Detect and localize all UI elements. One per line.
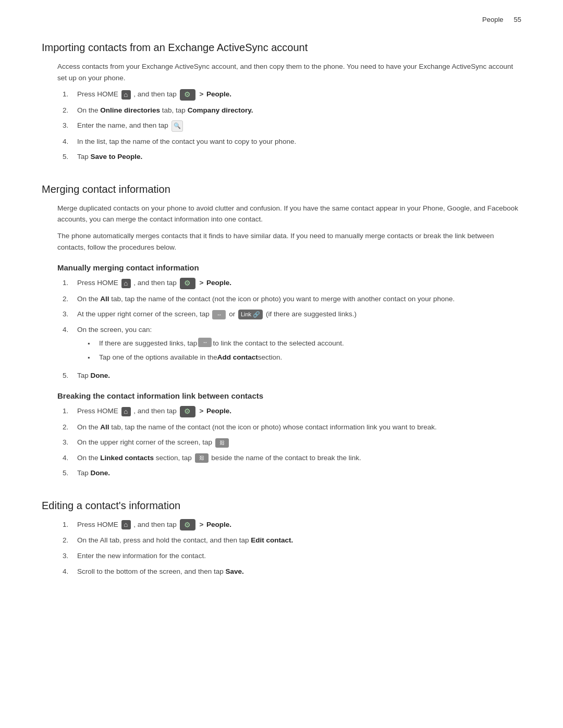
merge-bullet-2: Tap one of the options available in the … xyxy=(88,352,521,363)
step-edit-2: 2. On the All tab, press and hold the co… xyxy=(63,535,521,546)
home-icon-m1 xyxy=(121,279,131,288)
step-edit-num-3: 3. xyxy=(63,550,77,562)
scroll-bottom-label: Scroll to the bottom of the screen, and … xyxy=(77,567,224,575)
people-dest-e1: People. xyxy=(206,521,231,528)
merge-bullet-list: If there are suggested links, tap ↔ to l… xyxy=(88,338,521,363)
all-tab-b2: All xyxy=(100,423,109,431)
press-home-label-e1: Press HOME xyxy=(77,521,118,528)
arrow-b1: > xyxy=(199,407,203,415)
link-merge-icon: ↔ xyxy=(212,310,226,319)
step-importing-5: 5. Tap Save to People. xyxy=(63,151,521,163)
step-break-5: 5. Tap Done. xyxy=(63,467,521,479)
step-edit-num-2: 2. xyxy=(63,535,77,546)
importing-body-text: Access contacts from your Exchange Activ… xyxy=(57,61,521,83)
save-to-people-label: Save to People. xyxy=(91,153,143,161)
step-merge-1: 1. Press HOME , and then tap > People. xyxy=(63,277,521,289)
edit-contact-label: Edit contact. xyxy=(251,536,293,544)
step-importing-2: 2. On the Online directories tab, tap Co… xyxy=(63,105,521,116)
step-merge-num-4: 4. xyxy=(63,324,77,336)
step-num-5: 5. xyxy=(63,151,77,163)
step-merge-content-5: Tap Done. xyxy=(77,370,521,381)
step-edit-3: 3. Enter the new information for the con… xyxy=(63,550,521,562)
sub-title-manually-merging: Manually merging contact information xyxy=(57,263,521,272)
section-body-merging: Merge duplicated contacts on your phone … xyxy=(42,203,521,479)
step-merge-num-1: 1. xyxy=(63,277,77,289)
merging-body-2: The phone automatically merges contacts … xyxy=(57,230,521,253)
and-then-tap-b1: , and then tap xyxy=(133,407,177,415)
step-break-1: 1. Press HOME , and then tap > People. xyxy=(63,405,521,417)
step-content-5: Tap Save to People. xyxy=(77,151,521,163)
step-merge-4: 4. On the screen, you can: If there are … xyxy=(63,324,521,366)
page-number: 55 xyxy=(514,16,521,23)
step-break-2: 2. On the All tab, tap the name of the c… xyxy=(63,422,521,433)
and-then-tap-m1: , and then tap xyxy=(133,279,177,287)
step-edit-content-3: Enter the new information for the contac… xyxy=(77,550,521,562)
section-title-merging: Merging contact information xyxy=(42,183,521,195)
apps-icon-e1 xyxy=(180,519,195,530)
done-label-b: Done. xyxy=(91,469,111,477)
link-merge-icon-b1: ↔ xyxy=(198,338,212,347)
apps-icon xyxy=(180,89,195,101)
step-merge-num-5: 5. xyxy=(63,370,77,381)
step-merge-3: 3. At the upper right corner of the scre… xyxy=(63,309,521,320)
step-merge-content-1: Press HOME , and then tap > People. xyxy=(77,277,521,289)
apps-icon-b1 xyxy=(180,406,195,417)
company-directory-label: Company directory. xyxy=(188,106,253,114)
section-title-editing: Editing a contact's information xyxy=(42,500,521,512)
arrow-e1: > xyxy=(199,521,203,528)
link-btn-icon: Link 🔗 xyxy=(238,310,263,320)
home-icon-b1 xyxy=(121,407,131,416)
manually-merging-steps: 1. Press HOME , and then tap > People. 2… xyxy=(57,277,521,381)
step-break-content-4: On the Linked contacts section, tap ⛓ be… xyxy=(77,452,521,464)
and-then-tap-e1: , and then tap xyxy=(133,521,177,528)
merge-bullet-1: If there are suggested links, tap ↔ to l… xyxy=(88,338,521,349)
page-label: People xyxy=(482,16,503,23)
step-edit-content-2: On the All tab, press and hold the conta… xyxy=(77,535,521,546)
step-content-2: On the Online directories tab, tap Compa… xyxy=(77,105,521,116)
step-merge-num-2: 2. xyxy=(63,293,77,305)
all-tab-m2: All xyxy=(100,295,109,303)
step-num-2: 2. xyxy=(63,105,77,116)
link-break-icon-4: ⛓ xyxy=(195,453,209,463)
step-break-content-1: Press HOME , and then tap > People. xyxy=(77,405,521,417)
section-editing: Editing a contact's information 1. Press… xyxy=(42,500,521,577)
step-merge-content-2: On the All tab, tap the name of the cont… xyxy=(77,293,521,305)
arrow-1: > xyxy=(199,90,203,98)
step-num-1: 1. xyxy=(63,89,77,100)
online-directories-label: Online directories xyxy=(100,106,160,114)
apps-icon-m1 xyxy=(180,278,195,289)
step-importing-1: 1. Press HOME , and then tap > People. xyxy=(63,89,521,100)
step-break-num-2: 2. xyxy=(63,422,77,433)
step-break-num-1: 1. xyxy=(63,405,77,417)
step-edit-num-4: 4. xyxy=(63,566,77,577)
step-break-num-5: 5. xyxy=(63,467,77,479)
step-break-num-3: 3. xyxy=(63,437,77,448)
press-home-label: Press HOME xyxy=(77,90,118,98)
step-break-content-2: On the All tab, tap the name of the cont… xyxy=(77,422,521,433)
arrow-m1: > xyxy=(199,279,203,287)
step-merge-num-3: 3. xyxy=(63,309,77,320)
add-contact-label: Add contact xyxy=(217,352,258,363)
home-icon xyxy=(121,90,131,100)
section-body-importing: Access contacts from your Exchange Activ… xyxy=(42,61,521,163)
step-break-num-4: 4. xyxy=(63,452,77,464)
step-importing-4: 4. In the list, tap the name of the cont… xyxy=(63,136,521,147)
subsection-manually-merging: Manually merging contact information 1. … xyxy=(57,263,521,381)
step-edit-4: 4. Scroll to the bottom of the screen, a… xyxy=(63,566,521,577)
subsection-breaking: Breaking the contact information link be… xyxy=(57,391,521,479)
and-then-tap-label: , and then tap xyxy=(133,90,177,98)
sub-title-breaking: Breaking the contact information link be… xyxy=(57,391,521,400)
people-dest-m1: People. xyxy=(206,279,231,287)
section-title-importing: Importing contacts from an Exchange Acti… xyxy=(42,42,521,54)
section-merging: Merging contact information Merge duplic… xyxy=(42,183,521,479)
step-merge-5: 5. Tap Done. xyxy=(63,370,521,381)
link-break-icon-3: ⛓ xyxy=(215,438,229,448)
step-merge-content-3: At the upper right corner of the screen,… xyxy=(77,309,521,320)
breaking-steps: 1. Press HOME , and then tap > People. 2… xyxy=(57,405,521,479)
section-importing: Importing contacts from an Exchange Acti… xyxy=(42,42,521,163)
people-dest-b1: People. xyxy=(206,407,231,415)
step-num-4: 4. xyxy=(63,136,77,147)
people-dest-1: People. xyxy=(206,90,231,98)
step-merge-content-4: On the screen, you can: If there are sug… xyxy=(77,324,521,366)
done-label-m: Done. xyxy=(91,372,111,379)
